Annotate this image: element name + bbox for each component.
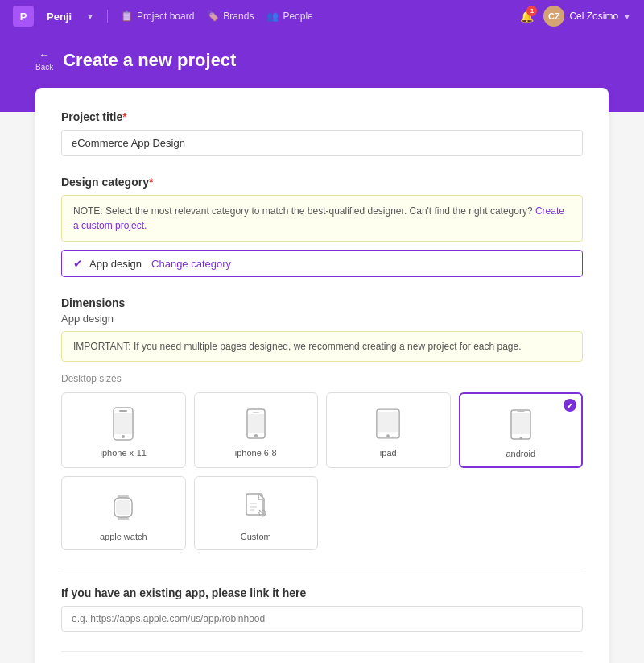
back-button[interactable]: ← Back bbox=[35, 48, 53, 72]
project-title-label: Project title* bbox=[61, 110, 583, 123]
user-menu[interactable]: CZ Cel Zosimo ▼ bbox=[543, 6, 631, 27]
project-title-section: Project title* bbox=[61, 110, 583, 156]
notification-badge: 1 bbox=[526, 6, 537, 16]
required-star: * bbox=[122, 110, 126, 123]
nav-project-board-label: Project board bbox=[137, 10, 194, 22]
svg-rect-9 bbox=[378, 412, 398, 432]
app-link-section: If you have an existing app, please link… bbox=[61, 586, 583, 632]
svg-rect-5 bbox=[253, 412, 259, 413]
device-apple-watch[interactable]: apple watch bbox=[61, 476, 186, 550]
change-category-link[interactable]: Change category bbox=[151, 258, 231, 270]
android-check-icon: ✔ bbox=[564, 399, 576, 412]
nav-brands-label: Brands bbox=[223, 10, 254, 22]
dimensions-label: Dimensions bbox=[61, 296, 583, 309]
ipad-label: ipad bbox=[380, 448, 397, 458]
app-link-input[interactable] bbox=[61, 606, 583, 632]
project-board-icon: 📋 bbox=[121, 10, 133, 22]
apple-watch-label: apple watch bbox=[100, 532, 147, 541]
custom-icon bbox=[243, 490, 269, 525]
iphone-6-8-icon bbox=[243, 406, 269, 441]
back-arrow-icon: ← bbox=[39, 48, 50, 61]
iphone-6-8-label: iphone 6-8 bbox=[235, 448, 277, 458]
design-category-section: Design category* NOTE: Select the most r… bbox=[61, 176, 583, 277]
svg-point-7 bbox=[254, 434, 258, 437]
project-title-input[interactable] bbox=[61, 130, 583, 156]
nav-divider bbox=[107, 10, 108, 23]
navbar: P Penji ▼ 📋 Project board 🏷️ Brands 👥 Pe… bbox=[0, 0, 644, 32]
svg-point-10 bbox=[386, 434, 390, 437]
category-name: App design bbox=[89, 258, 142, 270]
nav-right: 🔔 1 CZ Cel Zosimo ▼ bbox=[520, 6, 631, 27]
page-header-inner: ← Back Create a new project bbox=[16, 32, 628, 72]
android-icon bbox=[508, 407, 534, 442]
svg-point-3 bbox=[122, 435, 125, 438]
category-check-icon: ✔ bbox=[73, 257, 83, 270]
people-icon: 👥 bbox=[266, 10, 279, 22]
avatar: CZ bbox=[543, 6, 564, 27]
page-title: Create a new project bbox=[63, 50, 236, 71]
nav-project-board[interactable]: 📋 Project board bbox=[121, 10, 194, 22]
important-note: IMPORTANT: If you need multiple pages de… bbox=[61, 331, 583, 362]
svg-point-13 bbox=[519, 437, 522, 440]
device-android[interactable]: ✔ android bbox=[459, 392, 584, 468]
dimensions-section: Dimensions App design IMPORTANT: If you … bbox=[61, 296, 583, 550]
iphone-x11-label: iphone x-11 bbox=[101, 448, 147, 458]
svg-rect-18 bbox=[116, 500, 130, 515]
nav-people[interactable]: 👥 People bbox=[266, 10, 312, 22]
nav-people-label: People bbox=[283, 10, 312, 22]
device-grid-row1: iphone x-11 iphone 6-8 bbox=[61, 392, 583, 468]
brand-name: Penji bbox=[47, 10, 72, 23]
device-grid-row2: apple watch Custom bbox=[61, 476, 583, 550]
desktop-sizes-label: Desktop sizes bbox=[61, 373, 583, 384]
nav-brands[interactable]: 🏷️ Brands bbox=[207, 10, 254, 22]
device-iphone-x11[interactable]: iphone x-11 bbox=[61, 392, 186, 468]
user-arrow-icon: ▼ bbox=[623, 12, 631, 21]
svg-rect-2 bbox=[114, 413, 132, 434]
app-logo[interactable]: P bbox=[13, 6, 34, 27]
brand-arrow-icon: ▼ bbox=[86, 12, 94, 21]
notification-button[interactable]: 🔔 1 bbox=[520, 9, 534, 23]
form-card: Project title* Design category* NOTE: Se… bbox=[35, 88, 609, 663]
app-design-sub-label: App design bbox=[61, 313, 583, 325]
apple-watch-icon bbox=[110, 490, 136, 525]
category-selected-display: ✔ App design Change category bbox=[61, 250, 583, 277]
device-iphone-6-8[interactable]: iphone 6-8 bbox=[194, 392, 319, 468]
custom-label: Custom bbox=[241, 532, 271, 541]
user-name: Cel Zosimo bbox=[569, 10, 618, 22]
category-required-star: * bbox=[149, 176, 153, 189]
category-note: NOTE: Select the most relevant category … bbox=[61, 195, 583, 242]
brands-icon: 🏷️ bbox=[207, 10, 219, 22]
device-custom[interactable]: Custom bbox=[194, 476, 319, 550]
svg-rect-12 bbox=[512, 413, 530, 434]
back-label: Back bbox=[35, 63, 53, 72]
app-link-label: If you have an existing app, please link… bbox=[61, 586, 583, 599]
device-ipad[interactable]: ipad bbox=[326, 392, 451, 468]
android-label: android bbox=[506, 449, 535, 458]
svg-rect-1 bbox=[119, 410, 127, 412]
ipad-icon bbox=[375, 406, 401, 441]
svg-rect-6 bbox=[248, 414, 264, 433]
main-content: Project title* Design category* NOTE: Se… bbox=[16, 88, 628, 663]
design-category-label: Design category* bbox=[61, 176, 583, 189]
iphone-x11-icon bbox=[110, 406, 136, 441]
divider-2 bbox=[61, 651, 583, 652]
divider-1 bbox=[61, 570, 583, 570]
nav-left: P Penji ▼ 📋 Project board 🏷️ Brands 👥 Pe… bbox=[13, 6, 313, 27]
